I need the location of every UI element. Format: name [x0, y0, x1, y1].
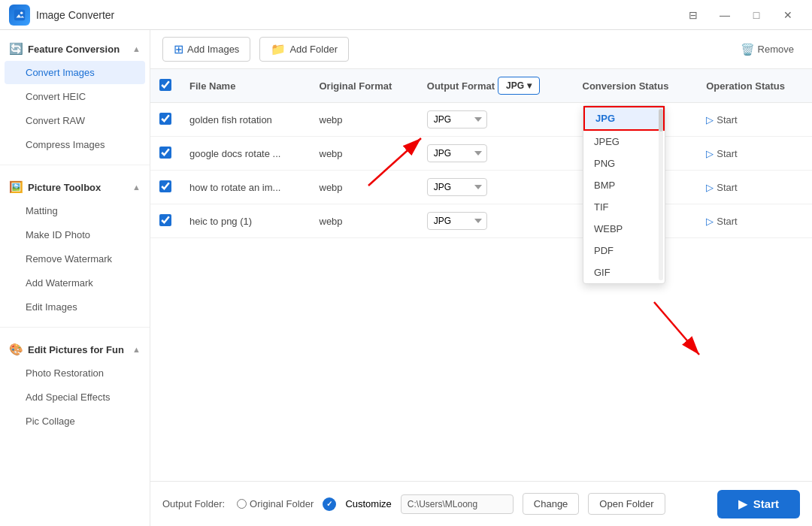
table-row: golden fish rotation webp JPGJPEGPNGBMPT… [150, 103, 812, 137]
dropdown-item-png[interactable]: PNG [583, 153, 665, 174]
minimize-button[interactable]: — [710, 4, 740, 26]
dropdown-item-pdf[interactable]: PDF [583, 240, 665, 261]
maximize-button[interactable]: □ [741, 4, 771, 26]
sidebar-item-convert-images[interactable]: Convert Images [5, 61, 145, 84]
bottom-bar: Output Folder: Original Folder ✓ Customi… [150, 481, 812, 526]
sidebar-section-picture-toolbox: 🖼️ Picture Toolbox ▲ Matting Make ID Pho… [0, 168, 150, 324]
sidebar-section-header-edit-fun[interactable]: 🎨 Edit Pictures for Fun ▲ [0, 338, 150, 361]
row-2-checkbox-cell [150, 137, 180, 171]
output-folder-label: Output Folder: [162, 498, 225, 509]
dropdown-item-webp[interactable]: WEBP [583, 218, 665, 240]
dropdown-scrollbar [659, 109, 663, 280]
sidebar: 🔄 Feature Conversion ▲ Convert Images Co… [0, 30, 150, 526]
col-operation-status: Operation Status [697, 69, 812, 103]
table-area: File Name Original Format Output Format … [150, 69, 812, 481]
picture-toolbox-label: Picture Toolbox [28, 182, 101, 193]
toolbar-right: 🗑️ Remove [735, 40, 800, 59]
row-2-output-format: JPGJPEGPNGBMPTIFWEBPPDFGIF [418, 137, 574, 171]
add-folder-icon: 📁 [271, 42, 286, 56]
output-format-header: Output Format JPG ▾ [427, 77, 565, 95]
sidebar-section-header-picture-toolbox[interactable]: 🖼️ Picture Toolbox ▲ [0, 176, 150, 198]
col-conversion-status: Conversion Status [574, 69, 698, 103]
customize-badge: ✓ [323, 497, 336, 511]
play-icon-3: ▷ [706, 182, 714, 193]
row-3-start-button[interactable]: ▷ Start [706, 182, 737, 193]
row-2-checkbox[interactable] [159, 147, 171, 159]
row-2-operation-status: ▷ Start [697, 137, 812, 171]
row-2-start-button[interactable]: ▷ Start [706, 148, 737, 159]
dropdown-scrollbar-thumb [659, 109, 663, 132]
row-3-output-format: JPGJPEGPNGBMPTIFWEBPPDFGIF [418, 171, 574, 204]
add-images-button[interactable]: ⊞ Add Images [162, 37, 250, 62]
sidebar-item-remove-watermark[interactable]: Remove Watermark [5, 247, 145, 271]
sidebar-section-feature-conversion: 🔄 Feature Conversion ▲ Convert Images Co… [0, 30, 150, 162]
row-4-format-select[interactable]: JPGJPEGPNGBMPTIFWEBPPDFGIF [427, 212, 487, 230]
row-4-checkbox[interactable] [159, 214, 171, 226]
col-output-format: Output Format JPG ▾ [418, 69, 574, 103]
picture-toolbox-icon: 🖼️ [9, 180, 23, 194]
title-bar: Image Converter ⊟ — □ ✕ [0, 0, 812, 30]
sidebar-item-make-id-photo[interactable]: Make ID Photo [5, 223, 145, 246]
customize-label: Customize [345, 498, 391, 509]
row-3-operation-status: ▷ Start [697, 171, 812, 204]
sidebar-item-pic-collage[interactable]: Pic Collage [5, 410, 145, 433]
close-button[interactable]: ✕ [773, 4, 803, 26]
play-icon-4: ▷ [706, 216, 714, 227]
dropdown-item-bmp[interactable]: BMP [583, 174, 665, 196]
content-area: ⊞ Add Images 📁 Add Folder 🗑️ Remove [150, 30, 812, 526]
row-4-operation-status: ▷ Start [697, 204, 812, 238]
row-2-filename: google docs rotate ... [180, 137, 311, 171]
dropdown-item-gif[interactable]: GIF [583, 261, 665, 283]
files-table: File Name Original Format Output Format … [150, 69, 812, 238]
main-layout: 🔄 Feature Conversion ▲ Convert Images Co… [0, 30, 812, 526]
table-row: google docs rotate ... webp JPGJPEGPNGBM… [150, 137, 812, 171]
dropdown-item-jpeg[interactable]: JPEG [583, 131, 665, 153]
row-1-operation-status: ▷ Start [697, 103, 812, 137]
row-1-filename: golden fish rotation [180, 103, 311, 137]
select-all-checkbox[interactable] [159, 79, 171, 91]
row-3-checkbox[interactable] [159, 180, 171, 192]
output-format-dropdown-btn[interactable]: JPG ▾ [498, 77, 540, 95]
sidebar-divider-1 [0, 165, 150, 165]
row-1-checkbox[interactable] [159, 113, 171, 125]
start-big-button[interactable]: ▶ Start [717, 490, 800, 518]
row-1-start-button[interactable]: ▷ Start [706, 114, 737, 125]
remove-button[interactable]: 🗑️ Remove [735, 40, 800, 59]
sidebar-item-add-watermark[interactable]: Add Watermark [5, 271, 145, 295]
sidebar-item-edit-images[interactable]: Edit Images [5, 295, 145, 319]
change-button[interactable]: Change [523, 493, 580, 515]
original-folder-radio[interactable] [237, 499, 247, 509]
sidebar-section-edit-fun: 🎨 Edit Pictures for Fun ▲ Photo Restorat… [0, 331, 150, 438]
app-logo [9, 5, 30, 26]
sidebar-item-photo-restoration[interactable]: Photo Restoration [5, 361, 145, 385]
app-title: Image Converter [36, 9, 678, 21]
sidebar-item-matting[interactable]: Matting [5, 199, 145, 222]
edit-fun-label: Edit Pictures for Fun [28, 344, 124, 355]
start-icon: ▶ [738, 497, 747, 511]
add-folder-button[interactable]: 📁 Add Folder [259, 37, 349, 62]
sidebar-item-add-special-effects[interactable]: Add Special Effects [5, 385, 145, 409]
picture-toolbox-chevron: ▲ [132, 183, 141, 192]
dropdown-item-tif[interactable]: TIF [583, 196, 665, 218]
dropdown-item-jpg[interactable]: JPG [583, 106, 665, 131]
start-label: Start [753, 497, 779, 510]
remove-icon: 🗑️ [741, 43, 755, 56]
sidebar-item-compress-images[interactable]: Compress Images [5, 133, 145, 156]
open-folder-button[interactable]: Open Folder [588, 493, 665, 515]
sidebar-item-convert-heic[interactable]: Convert HEIC [5, 85, 145, 108]
col-filename: File Name [180, 69, 311, 103]
feature-conversion-icon: 🔄 [9, 42, 23, 56]
row-4-start-button[interactable]: ▷ Start [706, 216, 737, 227]
row-3-format-select[interactable]: JPGJPEGPNGBMPTIFWEBPPDFGIF [427, 178, 487, 196]
add-images-icon: ⊞ [174, 42, 183, 56]
row-2-format-select[interactable]: JPGJPEGPNGBMPTIFWEBPPDFGIF [427, 144, 487, 162]
original-folder-option[interactable]: Original Folder [237, 498, 314, 509]
output-path-input[interactable] [401, 494, 514, 514]
row-4-filename: heic to png (1) [180, 204, 311, 238]
tile-button[interactable]: ⊟ [678, 4, 708, 26]
svg-rect-0 [14, 9, 25, 20]
sidebar-section-header-feature-conversion[interactable]: 🔄 Feature Conversion ▲ [0, 38, 150, 60]
row-4-original-format: webp [311, 204, 418, 238]
sidebar-item-convert-raw[interactable]: Convert RAW [5, 109, 145, 132]
row-1-format-select[interactable]: JPGJPEGPNGBMPTIFWEBPPDFGIF [427, 110, 487, 128]
